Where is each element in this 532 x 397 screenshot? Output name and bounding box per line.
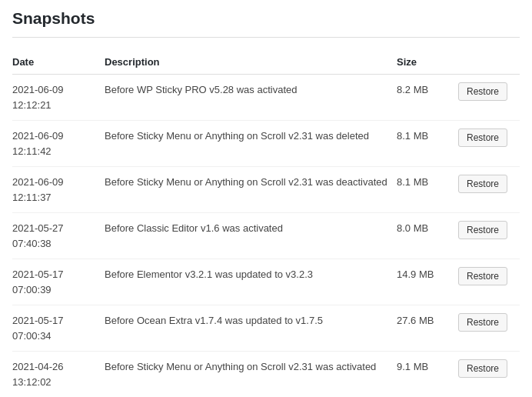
cell-description: Before WP Sticky PRO v5.28 was activated (105, 75, 397, 121)
cell-date: 2021-06-09 12:11:42 (12, 121, 105, 167)
cell-description: Before Sticky Menu or Anything on Scroll… (105, 352, 397, 398)
cell-action: Restore (458, 259, 520, 305)
cell-action: Restore (458, 213, 520, 259)
cell-action: Restore (458, 121, 520, 167)
header-size: Size (397, 50, 458, 75)
cell-action: Restore (458, 352, 520, 398)
header-description: Description (105, 50, 397, 75)
restore-button[interactable]: Restore (458, 267, 507, 285)
cell-size: 27.6 MB (397, 305, 458, 352)
table-row: 2021-05-27 07:40:38Before Classic Editor… (12, 213, 520, 259)
cell-size: 8.0 MB (397, 213, 458, 259)
snapshots-table: Date Description Size 2021-06-09 12:12:2… (12, 50, 520, 397)
cell-date: 2021-05-27 07:40:38 (12, 213, 105, 259)
table-row: 2021-06-09 12:12:21Before WP Sticky PRO … (12, 75, 520, 121)
cell-date: 2021-04-26 13:12:02 (12, 352, 105, 398)
cell-size: 8.1 MB (397, 167, 458, 213)
table-row: 2021-04-26 13:12:02Before Sticky Menu or… (12, 352, 520, 398)
restore-button[interactable]: Restore (458, 175, 507, 193)
table-header-row: Date Description Size (12, 50, 520, 75)
page-title: Snapshots (12, 9, 520, 38)
cell-action: Restore (458, 75, 520, 121)
cell-description: Before Ocean Extra v1.7.4 was updated to… (105, 305, 397, 352)
cell-size: 8.2 MB (397, 75, 458, 121)
cell-date: 2021-05-17 07:00:34 (12, 305, 105, 352)
cell-description: Before Sticky Menu or Anything on Scroll… (105, 121, 397, 167)
cell-date: 2021-06-09 12:12:21 (12, 75, 105, 121)
cell-size: 8.1 MB (397, 121, 458, 167)
cell-action: Restore (458, 167, 520, 213)
cell-description: Before Elementor v3.2.1 was updated to v… (105, 259, 397, 305)
restore-button[interactable]: Restore (458, 313, 507, 332)
restore-button[interactable]: Restore (458, 128, 507, 147)
cell-description: Before Classic Editor v1.6 was activated (105, 213, 397, 259)
table-row: 2021-05-17 07:00:39Before Elementor v3.2… (12, 259, 520, 305)
cell-date: 2021-06-09 12:11:37 (12, 167, 105, 213)
restore-button[interactable]: Restore (458, 221, 507, 239)
cell-action: Restore (458, 305, 520, 352)
restore-button[interactable]: Restore (458, 82, 507, 101)
table-row: 2021-06-09 12:11:37Before Sticky Menu or… (12, 167, 520, 213)
page-container: Snapshots Date Description Size 2021-06-… (0, 0, 532, 397)
cell-date: 2021-05-17 07:00:39 (12, 259, 105, 305)
cell-description: Before Sticky Menu or Anything on Scroll… (105, 167, 397, 213)
cell-size: 14.9 MB (397, 259, 458, 305)
restore-button[interactable]: Restore (458, 359, 507, 378)
header-action (458, 50, 520, 75)
table-row: 2021-06-09 12:11:42Before Sticky Menu or… (12, 121, 520, 167)
header-date: Date (12, 50, 105, 75)
table-row: 2021-05-17 07:00:34Before Ocean Extra v1… (12, 305, 520, 352)
cell-size: 9.1 MB (397, 352, 458, 398)
